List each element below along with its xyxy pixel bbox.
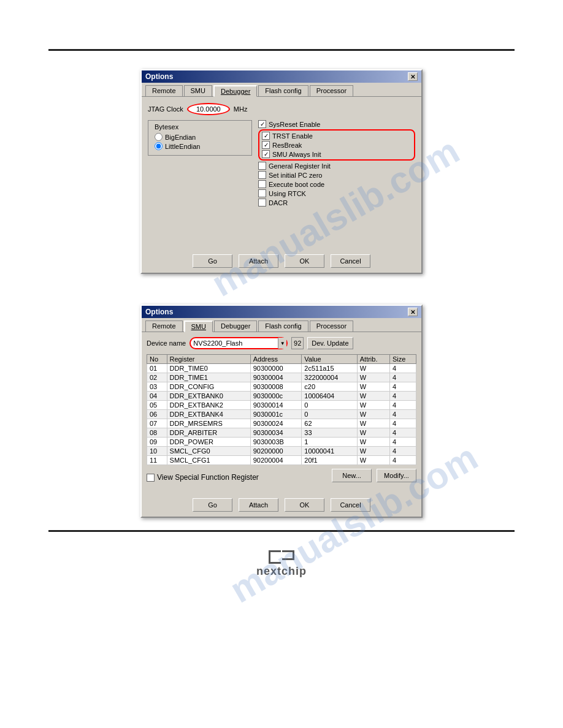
cb-resbreak-label: ResBreak bbox=[272, 142, 302, 149]
cell-address: 9030001c bbox=[250, 410, 302, 419]
register-table: No Register Address Value Attrib. Size 0… bbox=[147, 354, 416, 465]
cb-trst-label: TRST Enable bbox=[272, 132, 313, 140]
cb-initialpc-label: Set initial PC zero bbox=[269, 172, 322, 179]
radio-littleendian-row: LittleEndian bbox=[155, 142, 245, 150]
cell-attrib: W bbox=[357, 447, 389, 456]
cell-value: 62 bbox=[302, 419, 357, 428]
cell-value: 10006404 bbox=[302, 392, 357, 401]
cell-no: 03 bbox=[147, 382, 167, 392]
tab-remote[interactable]: Remote bbox=[145, 85, 183, 96]
col-no: No bbox=[147, 355, 167, 364]
col-value: Value bbox=[302, 355, 357, 364]
bytesex-group: Bytesex BigEndian LittleEndian bbox=[148, 120, 252, 156]
cell-value: 33 bbox=[302, 428, 357, 438]
cell-address: 90300004 bbox=[250, 373, 302, 382]
cb-bootcode-box[interactable] bbox=[258, 180, 266, 188]
table-row: 09DDR_POWER9030003B1W4 bbox=[147, 438, 416, 447]
radio-bigendian-row: BigEndian bbox=[155, 133, 245, 141]
cb-dacr-box[interactable] bbox=[258, 199, 266, 207]
cell-register: SMCL_CFG1 bbox=[167, 456, 250, 465]
cell-value: c20 bbox=[302, 382, 357, 392]
cell-size: 4 bbox=[390, 382, 416, 392]
cell-register: DDR_EXTBANK4 bbox=[167, 410, 250, 419]
device-dropdown[interactable] bbox=[190, 337, 288, 349]
cell-register: DDR_EXTBANK0 bbox=[167, 392, 250, 401]
tab-processor[interactable]: Processor bbox=[310, 85, 354, 96]
cb-dacr: DACR bbox=[258, 199, 415, 207]
radio-bigendian-label: BigEndian bbox=[165, 134, 196, 141]
cb-initialpc-box[interactable] bbox=[258, 171, 266, 179]
table-row: 04DDR_EXTBANK09030000c10006404W4 bbox=[147, 392, 416, 401]
dialog1-title: Options bbox=[145, 72, 173, 81]
dialog2-close-button[interactable]: ✕ bbox=[408, 308, 418, 316]
cell-attrib: W bbox=[357, 428, 389, 438]
cell-attrib: W bbox=[357, 419, 389, 428]
table-header-row: No Register Address Value Attrib. Size bbox=[147, 355, 416, 364]
tab-smu[interactable]: SMU bbox=[184, 85, 212, 96]
dialog1-go-button[interactable]: Go bbox=[193, 254, 232, 268]
dialog1-close-button[interactable]: ✕ bbox=[408, 72, 418, 81]
cell-register: DDR_TIME1 bbox=[167, 373, 250, 382]
dialog1-ok-button[interactable]: OK bbox=[285, 254, 324, 268]
table-row: 02DDR_TIME190300004322000004W4 bbox=[147, 373, 416, 382]
cell-attrib: W bbox=[357, 410, 389, 419]
dialog2-cancel-button[interactable]: Cancel bbox=[331, 498, 370, 512]
col-size: Size bbox=[390, 355, 416, 364]
dialog2-tab-remote[interactable]: Remote bbox=[145, 320, 183, 332]
cell-no: 05 bbox=[147, 401, 167, 410]
dialog2-go-button[interactable]: Go bbox=[193, 498, 232, 512]
table-row: 03DDR_CONFIG90300008c20W4 bbox=[147, 382, 416, 392]
dialog2-tab-flashconfig[interactable]: Flash config bbox=[258, 320, 308, 332]
dialog1-cancel-button[interactable]: Cancel bbox=[331, 254, 370, 268]
col-attrib: Attrib. bbox=[357, 355, 389, 364]
page-container: manualslib.com manualslib.com Options ✕ … bbox=[0, 0, 563, 728]
cb-sysreset-label: SysReset Enable bbox=[269, 121, 320, 128]
cell-register: DDR_ARBITER bbox=[167, 428, 250, 438]
cell-value: 0 bbox=[302, 410, 357, 419]
radio-littleendian[interactable] bbox=[155, 142, 163, 150]
dialog1: Options ✕ Remote SMU Debugger Flash conf… bbox=[140, 69, 423, 274]
modify-button[interactable]: Modify... bbox=[377, 469, 416, 482]
dropdown-arrow-icon[interactable]: ▼ bbox=[278, 338, 286, 349]
dialog2-tab-smu[interactable]: SMU bbox=[184, 320, 213, 332]
cb-smualwaysinit-box[interactable]: ✓ bbox=[262, 150, 270, 158]
cell-no: 06 bbox=[147, 410, 167, 419]
cell-size: 4 bbox=[390, 456, 416, 465]
cell-value: 20f1 bbox=[302, 456, 357, 465]
dialog1-titlebar: Options ✕ bbox=[142, 70, 421, 83]
cb-trst-box[interactable]: ✓ bbox=[262, 132, 270, 140]
cell-attrib: W bbox=[357, 456, 389, 465]
dialog2-attach-button[interactable]: Attach bbox=[239, 498, 278, 512]
cell-address: 90200000 bbox=[250, 447, 302, 456]
cell-no: 10 bbox=[147, 447, 167, 456]
cb-rtck-label: Using RTCK bbox=[269, 190, 306, 197]
cell-no: 08 bbox=[147, 428, 167, 438]
dialog2-ok-button[interactable]: OK bbox=[285, 498, 324, 512]
cell-value: 1 bbox=[302, 438, 357, 447]
tab-debugger[interactable]: Debugger bbox=[213, 85, 257, 97]
jtag-clock-input[interactable] bbox=[187, 103, 230, 115]
tab-flashconfig[interactable]: Flash config bbox=[258, 85, 308, 96]
cell-address: 9030000c bbox=[250, 392, 302, 401]
cell-attrib: W bbox=[357, 373, 389, 382]
radio-bigendian[interactable] bbox=[155, 133, 163, 141]
col-register: Register bbox=[167, 355, 250, 364]
cb-view-sfr-box[interactable] bbox=[147, 474, 155, 482]
cell-size: 4 bbox=[390, 410, 416, 419]
table-row: 07DDR_MRSEMRS9030002462W4 bbox=[147, 419, 416, 428]
device-row: Device name ▼ 92 Dev. Update bbox=[147, 337, 416, 349]
table-row: 01DDR_TIME0903000002c511a15W4 bbox=[147, 364, 416, 373]
cb-resbreak-box[interactable]: ✓ bbox=[262, 141, 270, 149]
dialog2-tab-processor[interactable]: Processor bbox=[310, 320, 354, 332]
device-dropdown-wrap: ▼ bbox=[190, 337, 288, 349]
cb-generalreg-box[interactable] bbox=[258, 162, 266, 170]
dev-update-button[interactable]: Dev. Update bbox=[307, 337, 353, 349]
cb-sysreset-box[interactable]: ✓ bbox=[258, 120, 266, 128]
dialog1-attach-button[interactable]: Attach bbox=[239, 254, 278, 268]
cell-value: 10000041 bbox=[302, 447, 357, 456]
cb-initialpc: Set initial PC zero bbox=[258, 171, 415, 179]
new-button[interactable]: New... bbox=[332, 469, 372, 482]
table-row: 10SMCL_CFG09020000010000041W4 bbox=[147, 447, 416, 456]
dialog2-tab-debugger[interactable]: Debugger bbox=[214, 320, 257, 332]
cb-rtck-box[interactable] bbox=[258, 189, 266, 197]
